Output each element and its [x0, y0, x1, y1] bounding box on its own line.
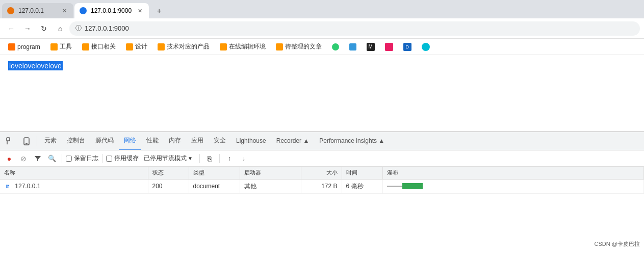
disable-cache-text: 停用缓存 [114, 154, 139, 163]
cell-initiator-1: 其他 [240, 179, 301, 193]
bookmark-design-icon [126, 43, 133, 50]
bookmark-fav5[interactable]: D [399, 42, 416, 52]
browser-chrome: 127.0.0.1 ✕ 127.0.0.1:9000 ✕ + ← → ↻ ⌂ ⓘ… [0, 0, 644, 250]
network-toolbar: ● ⊘ 🔍 保留日志 停用缓存 已停用节流模式 ▼ [0, 150, 644, 167]
tab-elements[interactable]: 元素 [39, 132, 62, 150]
address-bar-area: ← → ↻ ⌂ ⓘ 127.0.0.1:9000 [0, 18, 644, 39]
bookmark-fav6-icon [422, 43, 430, 51]
tab-2[interactable]: 127.0.0.1:9000 ✕ [74, 3, 149, 18]
bookmark-fav2[interactable] [345, 42, 360, 52]
devtools-device-icon[interactable] [18, 133, 35, 149]
tab-1-title: 127.0.0.1 [18, 7, 56, 14]
bookmark-editor-label: 在线编辑环境 [229, 42, 266, 51]
back-button[interactable]: ← [4, 21, 18, 36]
tab-network[interactable]: 网络 [119, 132, 141, 150]
tab-performance[interactable]: 性能 [141, 132, 164, 150]
col-header-time: 时间 [342, 167, 382, 179]
search-button[interactable]: 🔍 [46, 153, 58, 165]
col-header-initiator: 启动器 [240, 167, 301, 179]
col-header-size: 大小 [301, 167, 342, 179]
bookmark-product-icon [158, 43, 165, 50]
download-button[interactable]: ↓ [238, 153, 250, 165]
devtools-tab-bar: 元素 控制台 源代码 网络 性能 内存 应用 安全 [0, 132, 644, 150]
toolbar-separator-4 [219, 154, 220, 163]
record-button[interactable]: ● [3, 153, 15, 165]
tab-recorder[interactable]: Recorder ▲ [271, 132, 315, 150]
tab-1[interactable]: 127.0.0.1 ✕ [2, 3, 73, 18]
throttle-select[interactable]: 已停用节流模式 ▼ [141, 153, 196, 164]
filter-button[interactable] [32, 153, 44, 165]
selected-text[interactable]: lovelovelovelove [8, 61, 63, 70]
row-name-text: 127.0.0.1 [15, 183, 40, 190]
tab-2-close[interactable]: ✕ [136, 7, 144, 15]
preserve-log-label[interactable]: 保留日志 [66, 154, 98, 163]
network-row-1[interactable]: 🗎 127.0.0.1 200 document 其他 [0, 179, 644, 193]
cell-type-1: document [189, 179, 240, 193]
cell-name-1: 🗎 127.0.0.1 [0, 179, 148, 193]
svg-rect-2 [25, 143, 28, 144]
status-text: 200 [152, 183, 163, 190]
devtools-panel: 元素 控制台 源代码 网络 性能 内存 应用 安全 [0, 132, 644, 250]
disable-cache-label[interactable]: 停用缓存 [106, 154, 139, 163]
bookmark-program-label: program [17, 43, 40, 50]
devtools-inspect-icon[interactable] [2, 133, 18, 149]
bookmark-design-label: 设计 [135, 42, 147, 51]
bookmark-api-icon [82, 43, 89, 50]
bookmark-fav2-icon [349, 43, 356, 50]
bookmark-product[interactable]: 技术对应的产品 [153, 41, 214, 52]
bookmark-articles-icon [276, 43, 283, 50]
stop-button[interactable]: ⊘ [17, 153, 30, 165]
cell-size-1: 172 B [301, 179, 342, 193]
new-tab-button[interactable]: + [152, 4, 166, 18]
col-header-status: 状态 [148, 167, 189, 179]
waterfall-bar [387, 183, 640, 189]
preserve-log-checkbox[interactable] [66, 156, 72, 162]
tab-memory[interactable]: 内存 [164, 132, 186, 150]
bookmark-tools-icon [50, 43, 58, 50]
address-text: 127.0.0.1:9000 [85, 24, 129, 32]
bookmark-fav1[interactable] [328, 42, 343, 52]
bookmark-fav4[interactable] [381, 42, 397, 52]
cell-status-1: 200 [148, 179, 189, 193]
bookmark-editor[interactable]: 在线编辑环境 [216, 41, 270, 52]
tab-security[interactable]: 安全 [209, 132, 231, 150]
bookmark-tools[interactable]: 工具 [46, 41, 76, 52]
bookmark-api[interactable]: 接口相关 [78, 41, 120, 52]
status-bar-text: CSDN @卡皮巴拉 [595, 241, 640, 247]
bookmark-fav3[interactable]: M [363, 42, 379, 52]
disable-cache-checkbox[interactable] [106, 156, 112, 162]
wifi-icon[interactable]: ⎘ [203, 153, 216, 165]
tab-sources[interactable]: 源代码 [90, 132, 119, 150]
tab-perf-insights[interactable]: Performance insights ▲ [314, 132, 390, 150]
svg-rect-0 [7, 138, 10, 141]
tab-console[interactable]: 控制台 [62, 132, 90, 150]
devtools-tab-separator-1 [37, 136, 37, 146]
tab-lighthouse[interactable]: Lighthouse [231, 132, 271, 150]
bookmark-fav6[interactable] [418, 42, 434, 52]
cell-waterfall-1 [382, 179, 644, 193]
bookmark-api-label: 接口相关 [91, 42, 116, 51]
home-button[interactable]: ⌂ [53, 21, 67, 36]
upload-button[interactable]: ↑ [223, 153, 236, 165]
col-header-type: 类型 [189, 167, 240, 179]
bookmarks-bar: program 工具 接口相关 设计 技术对应的产品 在线编辑环境 待整理的文章 [0, 39, 644, 55]
bookmark-fav3-icon: M [367, 43, 375, 51]
status-bar: CSDN @卡皮巴拉 [590, 239, 644, 249]
bookmark-fav4-icon [385, 43, 393, 51]
tab-1-close[interactable]: ✕ [60, 7, 68, 15]
reload-button[interactable]: ↻ [37, 21, 51, 36]
forward-button[interactable]: → [20, 21, 35, 36]
address-box[interactable]: ⓘ 127.0.0.1:9000 [69, 21, 640, 36]
secure-icon: ⓘ [75, 24, 82, 33]
tab-1-favicon [7, 7, 14, 14]
bookmark-articles-label: 待整理的文章 [285, 42, 322, 51]
bookmark-editor-icon [220, 43, 227, 50]
bookmark-program[interactable]: program [4, 42, 44, 52]
type-text: document [193, 183, 220, 190]
page-content: lovelovelovelove [0, 55, 644, 132]
bookmark-articles[interactable]: 待整理的文章 [272, 41, 326, 52]
bookmark-program-icon [8, 43, 15, 50]
bookmark-design[interactable]: 设计 [122, 41, 151, 52]
throttle-chevron-icon: ▼ [188, 156, 193, 161]
tab-application[interactable]: 应用 [186, 132, 209, 150]
